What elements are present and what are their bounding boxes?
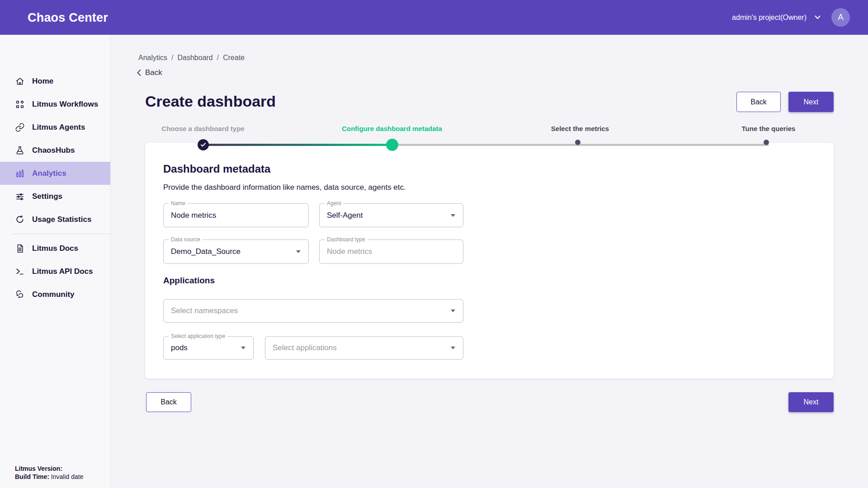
sidebar-item-litmus-workflows[interactable]: Litmus Workflows	[0, 93, 110, 116]
sidebar-item-label: Litmus API Docs	[32, 267, 93, 276]
flask-icon	[15, 145, 25, 155]
applications-select-placeholder: Select applications	[273, 337, 337, 359]
topbar: Chaos Center admin's project(Owner) A	[0, 0, 868, 35]
agent-select-value: Self-Agent	[327, 204, 363, 227]
app-title: Chaos Center	[28, 10, 108, 24]
page-title: Create dashboard	[145, 93, 276, 110]
sidebar-nav: Home Litmus Workflows Litmus Agents	[0, 35, 110, 306]
chat-bubbles-icon	[15, 290, 25, 300]
namespaces-select[interactable]: Select namespaces	[163, 299, 463, 323]
sidebar-footer: Litmus Version: Build Time: Invalid date	[15, 465, 83, 481]
sliders-icon	[15, 192, 25, 202]
sidebar-item-label: Litmus Agents	[32, 123, 85, 132]
breadcrumb-create: Create	[223, 54, 245, 62]
breadcrumb-analytics[interactable]: Analytics	[138, 54, 167, 62]
sidebar-item-community[interactable]: Community	[0, 283, 110, 306]
name-input[interactable]	[164, 204, 308, 227]
home-icon	[15, 76, 25, 86]
header-next-button[interactable]: Next	[788, 92, 834, 112]
avatar[interactable]: A	[831, 8, 850, 27]
step-label-select-the-metrics: Select the metrics	[551, 125, 609, 132]
data-source-select[interactable]: Data source Demo_Data_Source	[163, 239, 309, 264]
dashboard-type-input[interactable]	[320, 240, 463, 263]
sidebar-item-label: Analytics	[32, 169, 66, 178]
sidebar-item-label: Litmus Workflows	[32, 100, 98, 109]
sidebar-item-home[interactable]: Home	[0, 70, 110, 93]
dashboard-type-field[interactable]: Dashboard type	[319, 239, 463, 264]
name-field[interactable]: Name	[163, 203, 309, 227]
sidebar: Home Litmus Workflows Litmus Agents	[0, 35, 111, 488]
step-label-tune-the-queries: Tune the queries	[742, 125, 796, 132]
footer-back-button[interactable]: Back	[146, 392, 191, 412]
chevron-left-icon	[137, 70, 141, 76]
project-label: admin's project(Owner)	[732, 14, 807, 22]
sidebar-item-litmus-api-docs[interactable]: Litmus API Docs	[0, 260, 110, 283]
avatar-letter: A	[838, 13, 843, 22]
sidebar-item-label: Home	[32, 77, 53, 86]
document-icon	[15, 244, 25, 253]
step-label-configure-dashboard-metadata: Configure dashboard metadata	[342, 125, 442, 132]
dropdown-caret-icon	[296, 250, 301, 253]
bar-chart-icon	[15, 169, 25, 178]
sidebar-item-litmus-docs[interactable]: Litmus Docs	[0, 237, 110, 260]
breadcrumb-separator: /	[171, 54, 173, 62]
footer-next-button[interactable]: Next	[788, 392, 834, 412]
sidebar-item-usage-statistics[interactable]: Usage Statistics	[0, 208, 110, 231]
dropdown-caret-icon	[451, 347, 455, 349]
sidebar-item-label: ChaosHubs	[32, 146, 75, 155]
sidebar-item-label: Litmus Docs	[32, 244, 78, 253]
agent-select[interactable]: Agent Self-Agent	[319, 203, 463, 227]
build-time-value: Invalid date	[49, 473, 84, 480]
build-time-label: Build Time:	[15, 473, 49, 480]
sidebar-item-settings[interactable]: Settings	[0, 185, 110, 208]
wizard-card: Dashboard metadata Provide the dashboard…	[145, 143, 834, 379]
refresh-icon	[15, 215, 25, 225]
dropdown-caret-icon	[451, 310, 455, 312]
breadcrumb-dashboard[interactable]: Dashboard	[177, 54, 212, 62]
main-content: Analytics / Dashboard / Create Back Crea…	[111, 35, 868, 488]
namespaces-select-placeholder: Select namespaces	[171, 300, 238, 322]
workflows-icon	[15, 99, 25, 109]
applications-select[interactable]: Select applications	[265, 336, 463, 360]
topbar-right: admin's project(Owner) A	[732, 0, 850, 35]
application-type-select[interactable]: Select application type pods	[163, 336, 254, 360]
sidebar-item-chaoshubs[interactable]: ChaosHubs	[0, 139, 110, 162]
data-source-select-value: Demo_Data_Source	[171, 240, 241, 263]
back-link-label: Back	[145, 68, 162, 77]
terminal-icon	[15, 267, 25, 277]
chevron-down-icon	[815, 15, 821, 19]
breadcrumb-separator: /	[217, 54, 219, 62]
back-link[interactable]: Back	[137, 68, 162, 77]
dropdown-caret-icon	[241, 347, 245, 349]
breadcrumb: Analytics / Dashboard / Create	[138, 54, 245, 62]
header-back-button[interactable]: Back	[736, 92, 781, 112]
form-description: Provide the dashboard information like n…	[163, 183, 406, 192]
project-switcher[interactable]: admin's project(Owner)	[732, 14, 821, 22]
sidebar-item-analytics[interactable]: Analytics	[0, 162, 110, 185]
sidebar-item-label: Settings	[32, 192, 62, 201]
step-label-choose-dashboard-type: Choose a dashboard type	[161, 125, 244, 132]
sidebar-divider	[12, 234, 110, 234]
sidebar-item-label: Community	[32, 290, 75, 299]
application-type-select-value: pods	[171, 337, 188, 359]
sidebar-item-litmus-agents[interactable]: Litmus Agents	[0, 116, 110, 139]
link-icon	[15, 122, 25, 132]
litmus-version-label: Litmus Version:	[15, 465, 62, 472]
form-heading: Dashboard metadata	[163, 163, 270, 175]
dropdown-caret-icon	[451, 214, 455, 217]
sidebar-item-label: Usage Statistics	[32, 215, 91, 224]
applications-heading: Applications	[163, 276, 215, 286]
